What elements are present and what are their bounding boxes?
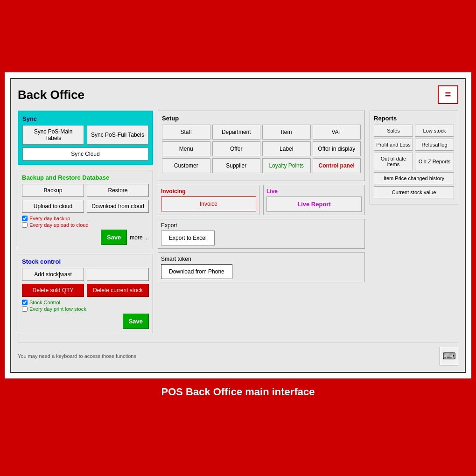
customer-btn[interactable]: Customer — [162, 158, 210, 173]
everyday-backup-label: Every day backup — [29, 216, 70, 221]
backup-more-link[interactable]: more ... — [130, 234, 149, 241]
offer-display-btn[interactable]: Offer in display — [313, 141, 361, 156]
sync-pos-main-btn[interactable]: Sync PoS-Main Tabels — [22, 125, 84, 145]
stock-label: Stock control — [22, 258, 149, 265]
invoicing-label: Invoicing — [161, 188, 256, 195]
smart-label: Smart token — [161, 256, 362, 262]
live-label: Live — [266, 188, 362, 195]
offer-btn[interactable]: Offer — [212, 141, 261, 156]
stock-control-cb[interactable] — [22, 300, 28, 305]
reports-section: Reports Sales Low stock Profit and Loss … — [370, 111, 458, 204]
menu-btn-setup[interactable]: Menu — [162, 141, 210, 156]
sync-pos-full-btn[interactable]: Sync PoS-Full Tabels — [87, 125, 148, 145]
setup-label: Setup — [162, 115, 361, 122]
setup-section: Setup Staff Department Item VAT Menu Off… — [158, 111, 365, 181]
download-cloud-btn[interactable]: Download from cloud — [87, 200, 149, 213]
vat-btn[interactable]: VAT — [313, 125, 361, 140]
everyday-print-label: Every day print low stock — [29, 306, 86, 312]
stock-section: Stock control Add stock|wast Delete sold… — [18, 254, 153, 333]
footer-text: You may need a keyboard to access those … — [18, 353, 138, 359]
add-stock-btn[interactable]: Add stock|wast — [22, 268, 84, 281]
invoicing-section: Invoicing Invoice — [158, 185, 259, 215]
out-of-date-btn[interactable]: Out of date items — [374, 153, 413, 170]
loyalty-points-btn[interactable]: Loyalty Points — [262, 158, 311, 173]
restore-btn[interactable]: Restore — [87, 184, 149, 197]
menu-button[interactable]: = — [438, 85, 458, 104]
current-stock-value-btn[interactable]: Current stock value — [374, 186, 454, 198]
stock-control-label: Stock Control — [29, 300, 60, 305]
profit-loss-btn[interactable]: Profit and Loss — [374, 139, 413, 151]
download-phone-btn[interactable]: Download from Phone — [161, 264, 232, 279]
everyday-upload-label: Every day upload to cloud — [29, 222, 89, 228]
smart-section: Smart token Download from Phone — [158, 252, 365, 282]
delete-current-btn[interactable]: Delete current stock — [87, 284, 149, 297]
sync-section: Sync Sync PoS-Main Tabels Sync PoS-Full … — [18, 111, 153, 165]
price-history-btn[interactable]: Item Price changed history — [374, 172, 454, 184]
supplier-btn[interactable]: Supplier — [212, 158, 261, 173]
export-excel-btn[interactable]: Export to Excel — [161, 231, 215, 245]
staff-btn[interactable]: Staff — [162, 125, 210, 140]
backup-save-btn[interactable]: Save — [101, 230, 127, 245]
refusal-log-btn[interactable]: Refusal log — [415, 139, 454, 151]
sync-label: Sync — [22, 115, 148, 122]
inv-live-row: Invoicing Invoice Live Live Report — [158, 185, 365, 215]
export-section: Export Export to Excel — [158, 219, 365, 249]
label-btn[interactable]: Label — [262, 141, 311, 156]
sync-cloud-btn[interactable]: Sync Cloud — [22, 147, 148, 161]
backup-btn[interactable]: Backup — [22, 184, 84, 197]
low-stock-btn[interactable]: Low stock — [415, 125, 454, 137]
live-report-btn[interactable]: Live Report — [266, 196, 362, 212]
stock-save-btn[interactable]: Save — [123, 314, 149, 329]
stock-btn2[interactable] — [87, 268, 149, 281]
setup-grid: Staff Department Item VAT Menu Offer Lab… — [162, 125, 361, 173]
everyday-backup-cb[interactable] — [22, 216, 28, 221]
control-panel-btn[interactable]: Control panel — [313, 158, 361, 173]
backup-section: Backup and Restore Database Backup Resto… — [18, 170, 153, 249]
invoice-btn[interactable]: Invoice — [161, 196, 256, 211]
item-btn[interactable]: Item — [262, 125, 311, 140]
department-btn[interactable]: Department — [212, 125, 261, 140]
reports-grid: Sales Low stock Profit and Loss Refusal … — [374, 125, 454, 170]
caption-bar: POS Back Office main interface — [5, 380, 471, 404]
delete-sold-btn[interactable]: Delete sold QTY — [22, 284, 84, 297]
everyday-upload-cb[interactable] — [22, 222, 28, 228]
everyday-print-cb[interactable] — [22, 306, 28, 312]
backup-label: Backup and Restore Database — [22, 174, 149, 181]
upload-cloud-btn[interactable]: Upload to cloud — [22, 200, 84, 213]
app-title: Back Office — [18, 88, 84, 102]
footer-bar: You may need a keyboard to access those … — [18, 343, 458, 365]
sales-btn[interactable]: Sales — [374, 125, 413, 137]
old-z-reports-btn[interactable]: Old Z Reports — [415, 153, 454, 170]
live-section: Live Live Report — [263, 185, 365, 215]
keyboard-icon: ⌨ — [440, 347, 458, 365]
reports-label: Reports — [374, 115, 454, 122]
export-label: Export — [161, 222, 362, 229]
